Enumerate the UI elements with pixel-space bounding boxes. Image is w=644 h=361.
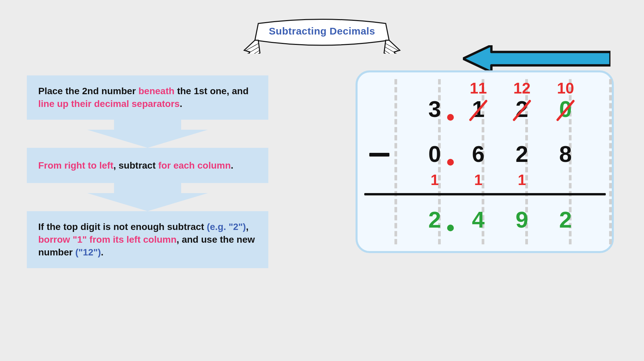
res-c4: 9 xyxy=(503,206,540,233)
flow-arrow-2 xyxy=(27,183,268,211)
carry-c4: 1 xyxy=(503,172,540,188)
step-3: If the top digit is not enough subtract … xyxy=(27,211,268,268)
step-3-text-a: If the top digit is not enough subtract xyxy=(38,222,207,232)
step-3-highlight-1: borrow "1" from its left column xyxy=(38,234,176,245)
result-line xyxy=(364,193,606,195)
svg-marker-7 xyxy=(87,183,208,211)
minus-sign xyxy=(369,153,389,157)
step-1-text-a: Place the 2nd number xyxy=(38,86,139,96)
step-1: Place the 2nd number beneath the 1st one… xyxy=(27,75,268,120)
r2-c4: 2 xyxy=(503,141,540,167)
work-area: 11 12 10 3 1 2 0 0 6 2 8 1 1 1 2 4 9 2 xyxy=(356,70,614,253)
steps-column: Place the 2nd number beneath the 1st one… xyxy=(27,75,268,268)
borrow-c5: 10 xyxy=(547,79,584,97)
step-1-highlight-2: line up their decimal separators xyxy=(38,99,180,109)
step-2: From right to left, subtract for each co… xyxy=(27,148,268,183)
decimal-point-mid xyxy=(447,159,454,166)
borrow-c4: 12 xyxy=(503,79,540,97)
res-c3: 4 xyxy=(460,206,497,233)
step-1-highlight-1: beneath xyxy=(139,86,174,96)
direction-arrow-icon xyxy=(463,45,610,72)
title-banner: Subtracting Decimals xyxy=(238,17,406,54)
svg-marker-8 xyxy=(463,45,610,72)
step-3-blue-1: (e.g. "2") xyxy=(207,222,246,232)
carry-c2: 1 xyxy=(416,172,453,188)
res-c5: 2 xyxy=(547,206,584,233)
step-2-highlight-2: for each column xyxy=(158,160,231,171)
step-3-text-d: . xyxy=(101,247,104,257)
step-2-highlight-1: From right to left xyxy=(38,160,113,171)
borrow-c3: 11 xyxy=(460,79,497,97)
step-1-text-c: . xyxy=(180,99,182,109)
step-3-blue-2: ("12") xyxy=(75,247,101,257)
step-3-text-b: , xyxy=(246,222,249,232)
decimal-point-top xyxy=(447,114,454,121)
step-2-text-b: . xyxy=(231,160,233,171)
page-title: Subtracting Decimals xyxy=(238,25,406,37)
step-2-text-a: , subtract xyxy=(113,160,158,171)
decimal-point-result xyxy=(447,225,454,231)
carry-c3: 1 xyxy=(460,172,497,188)
r2-c3: 6 xyxy=(460,141,497,167)
flow-arrow-1 xyxy=(27,120,268,148)
svg-marker-6 xyxy=(87,120,208,148)
step-1-text-b: the 1st one, and xyxy=(174,86,249,96)
r2-c5: 8 xyxy=(547,141,584,167)
